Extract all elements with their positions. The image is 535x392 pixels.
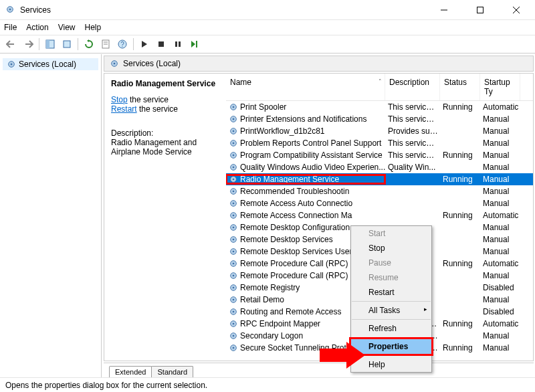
ctx-all-tasks[interactable]: All Tasks	[351, 303, 431, 318]
service-desc: Provides sup...	[385, 126, 440, 136]
service-startup: Disabled	[480, 307, 520, 316]
service-status: Running	[440, 343, 480, 353]
service-name: Print Spooler	[240, 102, 286, 112]
view-tabs: Extended Standard	[104, 363, 534, 377]
refresh-button[interactable]	[82, 37, 96, 52]
service-status: Running	[440, 319, 480, 328]
restart-service-button[interactable]	[187, 37, 202, 52]
gear-icon	[229, 187, 238, 196]
service-row[interactable]: Recommended TroubleshootinManual	[226, 185, 533, 197]
export-list-button[interactable]	[60, 37, 74, 52]
gear-icon	[7, 60, 16, 69]
toolbar: ?	[0, 35, 535, 54]
service-status: Running	[440, 259, 480, 268]
service-desc: This service ...	[385, 138, 440, 148]
sort-asc-icon: ˄	[379, 78, 382, 85]
gear-icon	[229, 307, 238, 316]
svg-point-45	[233, 239, 235, 241]
forward-button[interactable]	[21, 37, 35, 52]
svg-rect-7	[46, 40, 49, 48]
pause-service-button[interactable]	[171, 37, 185, 52]
svg-point-27	[233, 130, 235, 132]
menu-help[interactable]: Help	[85, 23, 102, 32]
svg-point-37	[233, 191, 235, 193]
menu-bar: File Action View Help	[0, 20, 535, 35]
maximize-button[interactable]	[467, 1, 494, 19]
selected-service-name: Radio Management Service	[111, 79, 219, 88]
gear-icon	[229, 151, 238, 160]
ctx-stop[interactable]: Stop	[351, 241, 431, 256]
service-startup: Manual	[480, 175, 520, 184]
stop-link[interactable]: Stop	[111, 95, 128, 104]
service-startup: Manual	[480, 271, 520, 280]
service-startup: Automatic	[480, 259, 520, 268]
service-desc: This service ...	[385, 102, 440, 112]
service-name: Program Compatibility Assistant Service	[240, 151, 383, 160]
minimize-button[interactable]	[431, 1, 457, 19]
list-header: Name˄ Description Status Startup Ty	[226, 74, 533, 101]
ctx-restart[interactable]: Restart	[351, 285, 431, 300]
service-row[interactable]: Print SpoolerThis service ...RunningAuto…	[226, 101, 533, 113]
svg-point-53	[233, 287, 235, 289]
service-row[interactable]: Remote Access Auto ConnectioManual	[226, 197, 533, 209]
gear-icon	[229, 223, 238, 232]
column-startup[interactable]: Startup Ty	[480, 74, 520, 100]
svg-rect-17	[196, 41, 197, 47]
svg-point-23	[233, 106, 235, 108]
service-row[interactable]: Program Compatibility Assistant ServiceT…	[226, 149, 533, 161]
ctx-properties[interactable]: Properties	[351, 339, 431, 354]
gear-icon	[229, 283, 238, 292]
ctx-start: Start	[351, 226, 431, 241]
properties-button[interactable]	[98, 37, 113, 52]
status-text: Opens the properties dialog box for the …	[5, 381, 207, 390]
service-name: Remote Desktop Services User	[240, 247, 352, 256]
service-desc: This service ...	[385, 151, 440, 160]
svg-rect-15	[175, 41, 177, 47]
menu-view[interactable]: View	[58, 23, 76, 32]
service-row[interactable]: Problem Reports Control Panel SupportThi…	[226, 137, 533, 149]
service-startup: Manual	[480, 223, 520, 232]
description-text: Radio Management and Airplane Mode Servi…	[111, 138, 219, 157]
gear-icon	[229, 199, 238, 208]
column-name[interactable]: Name˄	[226, 74, 385, 100]
stop-service-button[interactable]	[154, 37, 169, 52]
tab-standard[interactable]: Standard	[151, 366, 193, 377]
column-status[interactable]: Status	[440, 74, 480, 100]
service-name: Retail Demo	[240, 295, 284, 304]
app-icon	[5, 5, 16, 15]
gear-icon	[229, 319, 238, 328]
service-row[interactable]: PrintWorkflow_d1b2c81Provides sup...Manu…	[226, 125, 533, 137]
service-row[interactable]: Printer Extensions and NotificationsThis…	[226, 113, 533, 125]
ctx-help[interactable]: Help	[351, 357, 431, 372]
content-header: Services (Local)	[104, 56, 534, 72]
service-name: Remote Registry	[240, 283, 300, 292]
service-row[interactable]: Remote Access Connection MaRunningAutoma…	[226, 209, 533, 221]
service-startup: Manual	[480, 163, 520, 172]
back-button[interactable]	[4, 37, 19, 52]
svg-rect-14	[158, 41, 164, 47]
status-bar: Opens the properties dialog box for the …	[0, 377, 535, 392]
tab-extended[interactable]: Extended	[109, 366, 152, 377]
service-row[interactable]: Quality Windows Audio Video Experien...Q…	[226, 161, 533, 173]
ctx-refresh[interactable]: Refresh	[351, 321, 431, 336]
service-name: Remote Procedure Call (RPC) L	[240, 271, 354, 280]
nav-services-local[interactable]: Services (Local)	[3, 58, 98, 70]
restart-link[interactable]: Restart	[111, 104, 137, 114]
service-startup: Manual	[480, 331, 520, 340]
show-hide-tree-button[interactable]	[43, 37, 58, 52]
svg-point-57	[233, 311, 235, 313]
close-button[interactable]	[503, 1, 530, 19]
help-button[interactable]: ?	[115, 37, 130, 52]
service-startup: Automatic	[480, 319, 520, 328]
svg-point-63	[233, 347, 235, 349]
start-service-button[interactable]	[137, 37, 152, 52]
gear-icon	[229, 271, 238, 280]
service-startup: Automatic	[480, 211, 520, 220]
svg-point-31	[233, 155, 235, 157]
menu-file[interactable]: File	[4, 23, 17, 32]
service-startup: Disabled	[480, 283, 520, 292]
column-description[interactable]: Description	[385, 74, 440, 100]
service-startup: Manual	[480, 151, 520, 160]
menu-action[interactable]: Action	[26, 23, 48, 32]
service-row[interactable]: Radio Management ServiceRunningManual	[226, 173, 533, 185]
